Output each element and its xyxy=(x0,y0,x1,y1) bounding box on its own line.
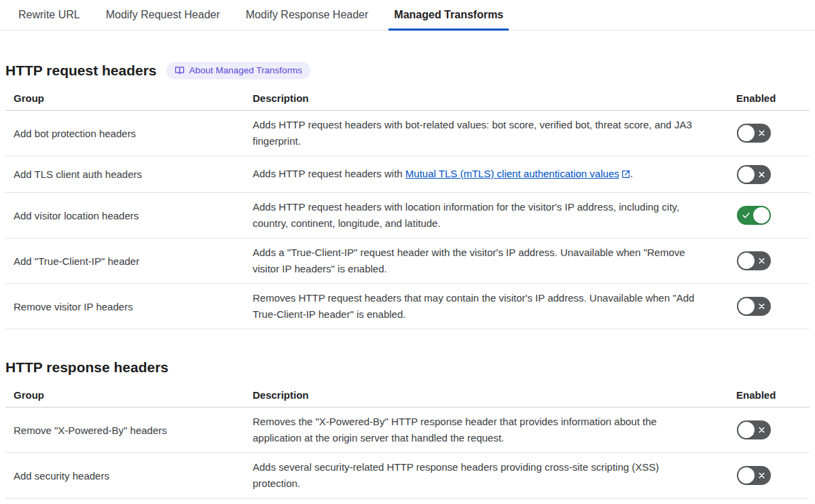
row-group-label: Remove visitor IP headers xyxy=(5,299,244,314)
row-group-label: Add visitor location headers xyxy=(5,208,244,223)
enabled-toggle[interactable] xyxy=(737,165,771,184)
x-icon xyxy=(757,257,766,266)
column-header-group: Group xyxy=(5,389,244,401)
row-group-label: Remove "X-Powered-By" headers xyxy=(5,422,244,438)
request-headers-section: HTTP request headers About Managed Trans… xyxy=(5,62,810,329)
tab-modify-request-header[interactable]: Modify Request Header xyxy=(101,0,225,30)
table-row: Add security headers Adds several securi… xyxy=(5,453,810,499)
response-headers-section: HTTP response headers Group Description … xyxy=(5,359,810,499)
row-description: Adds HTTP request headers with Mutual TL… xyxy=(244,166,728,183)
response-headers-title: HTTP response headers xyxy=(5,359,168,376)
column-header-enabled: Enabled xyxy=(728,389,810,401)
x-icon xyxy=(757,170,766,179)
toggle-knob xyxy=(738,253,755,269)
table-row: Add "True-Client-IP" header Adds a "True… xyxy=(5,238,810,284)
enabled-toggle[interactable] xyxy=(737,466,771,485)
tab-modify-response-header[interactable]: Modify Response Header xyxy=(240,0,374,30)
x-icon xyxy=(757,426,766,435)
book-icon xyxy=(175,65,185,75)
x-icon xyxy=(757,302,766,311)
row-description: Adds HTTP request headers with location … xyxy=(244,199,728,232)
toggle-knob xyxy=(738,467,755,484)
row-description: Removes HTTP request headers that may co… xyxy=(244,290,728,323)
column-header-group: Group xyxy=(5,92,244,104)
row-group-label: Add security headers xyxy=(5,468,244,484)
row-group-label: Add TLS client auth headers xyxy=(5,166,244,182)
table-row: Add visitor location headers Adds HTTP r… xyxy=(5,193,810,238)
table-row: Add bot protection headers Adds HTTP req… xyxy=(5,111,810,156)
enabled-toggle[interactable] xyxy=(737,206,771,225)
row-description: Removes the "X-Powered-By" HTTP response… xyxy=(244,414,728,446)
description-text: . xyxy=(630,168,633,179)
request-headers-title: HTTP request headers xyxy=(5,62,157,79)
about-managed-transforms-badge[interactable]: About Managed Transforms xyxy=(166,62,311,79)
enabled-toggle[interactable] xyxy=(737,420,771,439)
enabled-toggle[interactable] xyxy=(737,124,771,143)
request-headers-table: Group Description Enabled Add bot protec… xyxy=(5,91,810,329)
table-row: Remove visitor IP headers Removes HTTP r… xyxy=(5,284,810,329)
enabled-toggle[interactable] xyxy=(737,251,771,270)
toggle-knob xyxy=(753,207,769,223)
row-group-label: Add bot protection headers xyxy=(5,126,244,141)
toggle-knob xyxy=(738,125,755,141)
row-group-label: Add "True-Client-IP" header xyxy=(5,253,244,269)
x-icon xyxy=(757,129,766,138)
enabled-toggle[interactable] xyxy=(737,297,771,316)
row-description: Adds several security-related HTTP respo… xyxy=(244,459,728,492)
tab-bar: Rewrite URL Modify Request Header Modify… xyxy=(0,0,815,31)
toggle-knob xyxy=(738,166,755,183)
column-header-enabled: Enabled xyxy=(728,92,810,104)
table-row: Remove "X-Powered-By" headers Removes th… xyxy=(5,408,810,453)
description-text: Adds HTTP request headers with xyxy=(253,168,405,179)
toggle-knob xyxy=(738,298,755,314)
toggle-knob xyxy=(738,422,755,438)
external-link-icon xyxy=(621,167,630,183)
response-headers-table: Group Description Enabled Remove "X-Powe… xyxy=(5,388,810,499)
badge-label: About Managed Transforms xyxy=(189,65,303,75)
row-description: Adds a "True-Client-IP" request header w… xyxy=(244,245,728,277)
tab-managed-transforms[interactable]: Managed Transforms xyxy=(388,0,509,30)
x-icon xyxy=(757,471,766,480)
column-header-description: Description xyxy=(244,389,728,401)
check-icon xyxy=(742,211,750,220)
tab-rewrite-url[interactable]: Rewrite URL xyxy=(13,0,86,30)
row-description: Adds HTTP request headers with bot-relat… xyxy=(244,117,728,149)
table-row: Add TLS client auth headers Adds HTTP re… xyxy=(5,156,810,193)
column-header-description: Description xyxy=(244,92,728,104)
mtls-link[interactable]: Mutual TLS (mTLS) client authentication … xyxy=(405,168,619,179)
